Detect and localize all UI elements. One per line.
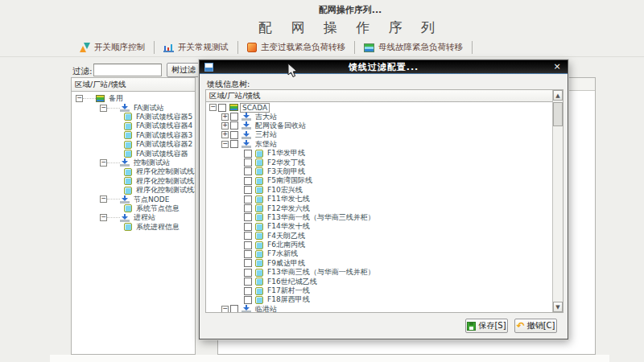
feeder-icon [124, 113, 132, 121]
checkbox[interactable] [244, 204, 252, 212]
checkbox[interactable] [244, 232, 252, 240]
dialog-tree-label: 馈线信息树: [207, 79, 250, 90]
expander-icon[interactable]: − [209, 104, 217, 111]
checkbox[interactable] [230, 140, 238, 148]
expander-icon[interactable]: − [221, 306, 229, 312]
checkbox[interactable] [244, 177, 252, 185]
feeder-icon [255, 195, 263, 204]
feeder-icon [124, 131, 132, 139]
checkbox[interactable] [244, 259, 252, 267]
expander-icon[interactable]: + [221, 131, 229, 138]
expander-icon[interactable]: − [100, 214, 107, 221]
tree-row[interactable]: F14华发十线 [206, 222, 552, 231]
dialog-title: 馈线过滤配置... [200, 61, 568, 73]
tree-connector [83, 98, 96, 99]
toolbar: 开关顺序控制 开关常规测试 主变过载紧急负荷转移 母线故障紧急负荷转移 [71, 40, 473, 55]
tree-row[interactable]: F6北南丙线 [206, 241, 552, 249]
busbar-fault-transfer-icon [364, 43, 374, 52]
checkbox[interactable] [244, 195, 252, 204]
tree-row[interactable]: 系统进程信息 [72, 222, 195, 231]
scroll-up-icon[interactable]: ▲ [553, 90, 563, 101]
tree-row[interactable]: F4天朗乙线 [206, 231, 552, 240]
filter-input[interactable] [93, 64, 162, 76]
expander-icon[interactable]: − [100, 159, 107, 167]
tree-row[interactable]: F2华发丁线 [206, 158, 552, 167]
tree-row[interactable]: F12华发六线 [206, 204, 552, 212]
save-button[interactable]: 保存[S] [465, 319, 508, 333]
expander-icon[interactable]: − [221, 141, 229, 148]
expander-icon[interactable]: − [76, 95, 83, 102]
scrollbar-thumb[interactable] [553, 102, 563, 126]
filter-label: 过滤: [72, 66, 93, 77]
tree-row[interactable]: F5南湾国际线 [206, 176, 552, 185]
tree-filter-button[interactable]: 树过滤 [167, 63, 200, 77]
checkbox[interactable] [244, 278, 252, 286]
toolbar-item-label: 母线故障紧急负荷转移 [378, 42, 463, 53]
checkbox[interactable] [244, 223, 252, 231]
tree-node-label: 备用 [107, 93, 125, 104]
tree-row[interactable]: F7水新线 [206, 249, 552, 258]
checkbox[interactable] [244, 186, 252, 194]
tree-row[interactable]: F17新村一线 [206, 286, 552, 295]
tree-row[interactable]: F13华商三线（与华商一线并柜） [206, 268, 552, 277]
toolbar-item-busbar-transfer[interactable]: 母线故障紧急负荷转移 [355, 41, 473, 54]
tree-row[interactable]: F11华发七线 [206, 195, 552, 204]
dialog-tree-header: 区域/厂站/馈线 [206, 90, 552, 102]
expander-icon[interactable]: − [100, 195, 107, 203]
feeder-icon [124, 141, 132, 149]
tree-row[interactable]: F9威达甲线 [206, 259, 552, 268]
feeder-icon [124, 150, 132, 158]
toolbar-divider [0, 56, 644, 57]
tree-row[interactable]: F13华商一线（与华商三线并柜） [206, 213, 552, 222]
checkbox[interactable] [230, 113, 238, 121]
checkbox[interactable] [244, 296, 252, 304]
toolbar-item-overload-transfer[interactable]: 主变过载紧急负荷转移 [238, 41, 355, 54]
tree-row[interactable]: F3天朗甲线 [206, 167, 552, 176]
checkbox[interactable] [244, 250, 252, 258]
switch-routine-test-icon [163, 43, 174, 52]
feeder-icon [255, 158, 263, 167]
feeder-icon [255, 296, 263, 304]
tree-row[interactable]: F1华发甲线 [206, 149, 552, 158]
checkbox[interactable] [244, 150, 252, 158]
feeder-icon [255, 150, 263, 158]
expander-icon[interactable]: + [221, 122, 229, 130]
station-icon [242, 140, 251, 148]
feeder-icon [255, 278, 263, 286]
bottom-strip [50, 355, 609, 362]
tree-node-label: SCADA [241, 104, 269, 112]
checkbox[interactable] [244, 167, 252, 175]
checkbox[interactable] [244, 269, 252, 277]
region-tree-panel: 区域/厂站/馈线 −备用−FA测试站FA测试馈线容器5FA测试馈线容器4FA测试… [71, 77, 196, 355]
tree-row[interactable]: −东堡站 [206, 140, 552, 149]
checkbox[interactable] [244, 158, 252, 167]
expander-icon[interactable]: + [221, 113, 229, 121]
toolbar-item-switch-sequence[interactable]: 开关顺序控制 [71, 41, 155, 54]
feeder-icon [255, 167, 263, 175]
feeder-icon [255, 223, 263, 231]
feeder-icon [124, 187, 132, 195]
feeder-tree: −SCADA+吉大站+配网设备回收站+三村站−东堡站F1华发甲线F2华发丁线F3… [206, 102, 552, 312]
checkbox[interactable] [244, 241, 252, 249]
vertical-scrollbar[interactable]: ▲ ▼ [552, 90, 563, 312]
dialog-titlebar[interactable]: 馈线过滤配置... × [200, 60, 568, 74]
tree-row[interactable]: F18屏西甲线 [206, 295, 552, 304]
checkbox[interactable] [218, 104, 226, 112]
checkbox[interactable] [230, 131, 238, 139]
tree-row[interactable]: F16世纪城乙线 [206, 277, 552, 286]
toolbar-item-label: 开关常规测试 [178, 42, 229, 53]
tree-row[interactable]: −临港站 [206, 305, 552, 312]
station-icon [120, 158, 130, 167]
undo-button-label: 撤销[C] [527, 320, 555, 331]
checkbox[interactable] [230, 305, 238, 312]
checkbox[interactable] [244, 213, 252, 221]
checkbox[interactable] [230, 121, 238, 130]
tree-connector [107, 162, 120, 163]
undo-button[interactable]: ↶ 撤销[C] [514, 319, 557, 333]
checkbox[interactable] [244, 287, 252, 295]
expander-icon[interactable]: − [100, 105, 107, 112]
tree-row[interactable]: F10宏兴线 [206, 186, 552, 195]
scroll-down-icon[interactable]: ▼ [553, 302, 563, 312]
close-icon[interactable]: × [551, 61, 563, 72]
toolbar-item-switch-test[interactable]: 开关常规测试 [155, 41, 238, 54]
